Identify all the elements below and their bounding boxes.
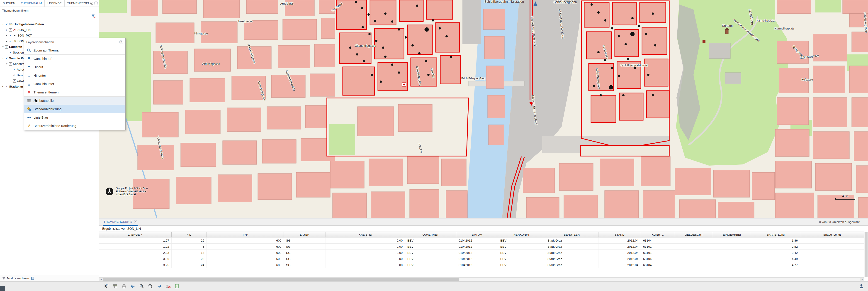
resize-corner[interactable]: [0, 286, 5, 291]
vscrollbar-thumb[interactable]: [865, 232, 868, 277]
son-lin-parcel: [647, 91, 669, 118]
forward-button[interactable]: [156, 283, 162, 289]
column-header-typ[interactable]: TYP: [207, 232, 284, 237]
tab-suchen[interactable]: SUCHEN: [0, 0, 18, 7]
menu-item-zoom-auf-thema[interactable]: Zoom auf Thema: [24, 46, 125, 54]
expander-icon[interactable]: ▾: [5, 63, 8, 65]
layer-checkbox[interactable]: ✓: [5, 85, 8, 88]
user-icon[interactable]: [859, 283, 864, 289]
column-header-layer[interactable]: LAYER: [284, 232, 326, 237]
expander-icon[interactable]: ▾: [1, 23, 4, 25]
column-header-qualitaet[interactable]: QUALITAET: [405, 232, 456, 237]
column-header-eingearbei[interactable]: EINGEARBEI: [713, 232, 751, 237]
uploaded-icon: [9, 23, 13, 26]
scroll-right-icon[interactable]: ►: [860, 278, 864, 281]
layer-checkbox[interactable]: ✓: [13, 68, 16, 71]
layer-checkbox[interactable]: ✓: [9, 51, 12, 54]
column-header-stand[interactable]: STAND: [598, 232, 641, 237]
tree-item-son-pkt[interactable]: ▸✓SON_PKT: [0, 33, 99, 38]
result-row[interactable]: 2.3313600SG0.00BEV01042012BEVStadt Graz2…: [99, 250, 864, 256]
result-row[interactable]: 3.2524600SG0.00BEV01042012BEVStadt Graz2…: [99, 262, 864, 268]
column-header-fid[interactable]: FID: [172, 232, 207, 237]
column-header-herkunft[interactable]: HERKUNFT: [498, 232, 545, 237]
filter-icon[interactable]: [90, 13, 97, 19]
menu-item-ganz-hinunter[interactable]: Ganz hinunter: [24, 80, 125, 88]
result-row[interactable]: 1.925600SG0.00BEV01042012BEVStadt Graz20…: [99, 243, 864, 250]
expander-icon[interactable]: ▾: [1, 57, 4, 59]
tree-filter-label: Themenbaum filtern: [2, 9, 99, 12]
expander-icon[interactable]: ▸: [1, 85, 4, 88]
expander-icon[interactable]: ▸: [5, 40, 8, 42]
layer-checkbox[interactable]: ✓: [9, 28, 12, 31]
layer-checkbox[interactable]: ✓: [9, 62, 12, 65]
clear-results-button[interactable]: [165, 283, 172, 289]
tab-themenergebnis[interactable]: THEMENERGEBNIS: [65, 0, 89, 7]
layer-checkbox[interactable]: ✓: [5, 57, 8, 60]
building: [486, 66, 504, 88]
modus-label[interactable]: Modus wechseln: [7, 277, 29, 280]
column-header-benutzer[interactable]: BENUTZER: [545, 232, 598, 237]
tree-filter-input[interactable]: [2, 13, 89, 19]
layer-checkbox[interactable]: ✓: [5, 46, 8, 49]
tab-themenergebnis[interactable]: THEMENERGEBNIS ×: [103, 219, 138, 226]
building: [446, 191, 467, 218]
attribute-table-button[interactable]: [112, 283, 118, 289]
zoom-out-button[interactable]: [147, 283, 154, 289]
sidebar-options-icon[interactable]: i: [94, 1, 98, 5]
collapse-sidebar-icon[interactable]: [89, 1, 93, 5]
result-row[interactable]: 3.0628600SG0.00BEV01042012BEVStadt Graz2…: [99, 256, 864, 262]
identify-tool-button[interactable]: [103, 283, 110, 289]
column-header-shape-lengt[interactable]: Shape_Lengt: [800, 232, 864, 237]
expander-icon[interactable]: ▸: [5, 29, 8, 31]
map-street-label: Kinkgasse: [194, 32, 208, 35]
cell-kgnr-c: 63104: [641, 256, 675, 262]
map-view[interactable]: LendplatzLendplatzJosefgasseKinkgasseMar…: [99, 0, 868, 218]
zoom-in-button[interactable]: [138, 283, 145, 289]
tree-item-hochgeladene-daten[interactable]: ▾✓Hochgeladene Daten: [0, 21, 99, 27]
menu-item-standardkartierung[interactable]: Standardkartierung: [24, 105, 125, 113]
back-button[interactable]: [130, 283, 136, 289]
building: [176, 177, 211, 204]
horizontal-scrollbar[interactable]: ◄ ►: [99, 278, 864, 281]
menu-item-ganz-hinauf[interactable]: Ganz hinauf: [24, 54, 125, 63]
switch-mode-icon[interactable]: [2, 276, 6, 280]
expander-icon[interactable]: ▾: [1, 46, 4, 48]
point-feature: [361, 7, 363, 9]
column-header-geloescht[interactable]: GELOESCHT: [675, 232, 713, 237]
menu-item-hinunter[interactable]: Hinunter: [24, 71, 125, 80]
expander-icon[interactable]: ▸: [5, 34, 8, 37]
cell-shape-leng: 2.82: [751, 243, 800, 250]
column-header-kreis-id[interactable]: KREIS_ID: [326, 232, 405, 237]
column-header-kgnr-c[interactable]: KGNR_C: [641, 232, 675, 237]
menu-item-hinauf[interactable]: Hinauf: [24, 63, 125, 71]
layer-checkbox[interactable]: ✓: [9, 40, 12, 43]
building: [244, 21, 278, 40]
layer-checkbox[interactable]: ✓: [13, 74, 16, 77]
vertical-scrollbar[interactable]: [864, 232, 868, 278]
menu-item-linie-blau[interactable]: Linie Blau: [24, 113, 125, 122]
export-excel-button[interactable]: X: [174, 283, 180, 289]
son-lin-parcel: [427, 0, 453, 19]
menu-item-thema-entfernen[interactable]: Thema entfernen: [24, 88, 125, 96]
layer-checkbox[interactable]: ✓: [13, 79, 16, 83]
mouse-cursor: [34, 98, 39, 104]
close-menu-icon[interactable]: ×: [119, 40, 123, 44]
column-header-laenge[interactable]: LAENGE▲: [99, 232, 172, 237]
layer-checkbox[interactable]: ✓: [9, 34, 12, 37]
column-header-datum[interactable]: DATUM: [456, 232, 498, 237]
cell-benutzer: Stadt Graz: [545, 237, 598, 243]
building: [600, 159, 634, 186]
print-button[interactable]: [121, 283, 127, 289]
result-row[interactable]: 1.2729600SG0.00BEV01042012BEVStadt Graz2…: [99, 237, 864, 243]
layer-checkbox[interactable]: ✓: [5, 23, 8, 26]
map-street-label: Afritschgasse: [202, 62, 220, 65]
scroll-left-icon[interactable]: ◄: [99, 278, 103, 281]
column-header-shape-leng[interactable]: SHAPE_Leng: [751, 232, 800, 237]
tab-legende[interactable]: LEGENDE: [45, 0, 64, 7]
scrollbar-thumb[interactable]: [103, 278, 459, 281]
menu-item-benutzerdefinierte-kartierung[interactable]: Benutzerdefinierte Kartierung: [24, 122, 125, 130]
panel-toggle-icon[interactable]: [30, 276, 34, 280]
close-results-icon[interactable]: ×: [134, 220, 137, 224]
tree-item-son-lin[interactable]: ▸✓SON_LIN: [0, 27, 99, 33]
tab-themenbaum[interactable]: THEMENBAUM: [18, 0, 45, 7]
